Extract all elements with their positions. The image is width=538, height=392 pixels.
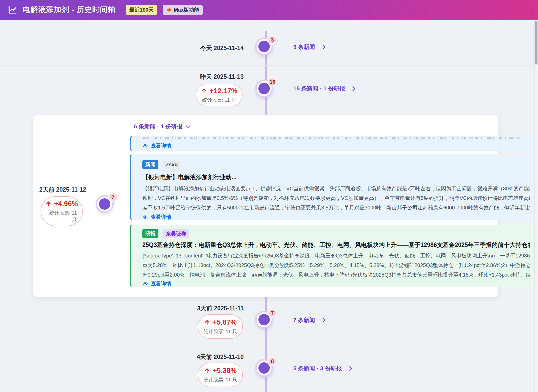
change-percent: +12.17%	[210, 87, 237, 95]
report-body-line: {'sourceType': 13, 'content': '电力设备行业深度报…	[142, 251, 530, 261]
count-badge: 7	[267, 308, 277, 318]
entry-date: 昨天 2025-11-13	[200, 73, 244, 81]
entry-news-link[interactable]: 5 条新闻 · 3 份研报	[293, 364, 352, 373]
report-body-line: 升0.29pct至2.00%，钠电池、复合集流体上涨。\r\n■新能源：光伏、风…	[142, 270, 530, 280]
entry-date: 今天 2025-11-14	[200, 44, 244, 52]
row-divider	[0, 65, 538, 66]
clipped-text-sliver	[143, 137, 520, 139]
range-badge[interactable]: 最近100天	[126, 5, 157, 15]
stats-label: 统计股票: 11 只	[203, 328, 237, 335]
eye-icon	[142, 281, 148, 286]
news-body-line: 差不多1.5万吨是给宁德保供的，只有5000吨在市场进行流通，宁德也还要外采3.…	[142, 203, 530, 213]
count-badge: 3	[267, 35, 277, 45]
entry-news-link[interactable]: 3 条新闻	[293, 43, 326, 51]
timeline-line-lower	[265, 297, 267, 392]
news-card: 新闻 Zsxq 【银河电新】电解液添加剂行业动... 【银河电新】电解液添加剂行…	[130, 154, 538, 220]
scrollbar-thumb[interactable]	[535, 21, 537, 65]
stats-label: 统计股票: 11 只	[202, 97, 236, 103]
day-summary-toggle[interactable]: 6 条新闻 · 1 份研报	[134, 123, 191, 130]
change-percent: +5.87%	[213, 318, 236, 326]
change-pill: +5.87% 统计股票: 11 只	[198, 314, 243, 339]
news-title[interactable]: 【银河电新】电解液添加剂行业动...	[142, 173, 530, 181]
up-arrow-icon	[204, 319, 210, 326]
timeline-page: 电解液添加剂 - 历史时间轴 最近100天 Max版功能 今天 2025-11-…	[0, 0, 538, 392]
chevron-right-icon	[349, 366, 352, 371]
up-arrow-icon	[201, 88, 207, 94]
change-pill: +4.96% 统计股票: 11 只	[41, 196, 83, 226]
type-badge-report: 研报	[142, 229, 158, 238]
type-badge-news: 新闻	[142, 160, 158, 169]
chevron-down-icon	[186, 125, 191, 128]
report-body-line: 重为5.28%，环比上升1.13pct。2024Q3-2025Q3持仓比例分别为…	[142, 261, 530, 270]
change-percent: +4.96%	[54, 200, 78, 208]
news-card-clipped: 查看详情	[130, 136, 538, 151]
fire-icon	[166, 7, 172, 13]
source-badge: 东吴证券	[163, 229, 189, 238]
entry-date: 3天前 2025-11-11	[197, 304, 244, 312]
count-badge: 7	[108, 192, 118, 202]
up-arrow-icon	[45, 201, 52, 207]
chevron-right-icon	[352, 86, 356, 91]
report-title[interactable]: 25Q3基金持仓深度：电新重仓Q3总体上升，电动车、光伏、储能、工控、电网、风电…	[142, 241, 530, 249]
entry-news-link[interactable]: 7 条新闻	[293, 316, 326, 324]
max-feature-label: Max版功能	[174, 6, 199, 13]
entry-news-link[interactable]: 15 条新闻 · 1 份研报	[293, 84, 356, 93]
count-badge: 16	[267, 77, 277, 87]
source-badge: Zsxq	[163, 161, 181, 169]
count-badge: 8	[267, 356, 277, 366]
change-percent: +5.38%	[213, 367, 236, 375]
max-feature-badge: Max版功能	[163, 5, 203, 15]
stats-label: 统计股票: 11 只	[203, 377, 237, 383]
scrollbar-track[interactable]	[534, 20, 538, 392]
chevron-right-icon	[322, 318, 326, 323]
news-body-line: 铁锂，VC在铁锂里面的添加量是3.5%-6%（特别是储能，对循环充放电次数要求更…	[142, 193, 530, 203]
change-pill: +5.38% 统计股票: 11 只	[198, 363, 243, 387]
eye-icon	[142, 214, 148, 220]
news-body-line: 【银河电新】电解液添加剂行业动态电话会要点 1、供需情况：VC当前供需很紧，头部…	[142, 184, 530, 193]
stats-label: 统计股票: 11 只	[47, 210, 77, 223]
entry-date: 4天前 2025-11-10	[197, 353, 244, 361]
header-bar: 电解液添加剂 - 历史时间轴 最近100天 Max版功能	[0, 0, 538, 20]
change-pill: +12.17% 统计股票: 11 只	[196, 84, 243, 106]
view-details-link[interactable]: 查看详情	[142, 214, 530, 220]
view-details-link[interactable]: 查看详情	[142, 142, 530, 149]
line-chart-icon	[8, 5, 17, 14]
eye-icon	[142, 143, 148, 148]
page-title: 电解液添加剂 - 历史时间轴	[23, 5, 116, 15]
entry-date: 2天前 2025-11-12	[39, 186, 86, 194]
up-arrow-icon	[204, 367, 210, 374]
report-card: 研报 东吴证券 25Q3基金持仓深度：电新重仓Q3总体上升，电动车、光伏、储能、…	[130, 225, 538, 287]
view-details-link[interactable]: 查看详情	[142, 280, 530, 287]
chevron-right-icon	[322, 44, 326, 50]
